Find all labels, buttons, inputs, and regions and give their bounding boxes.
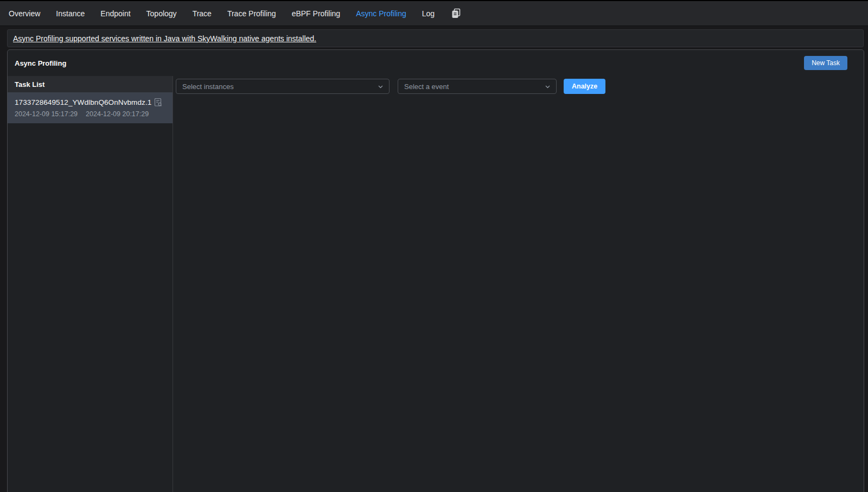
instances-select[interactable]: Select instances bbox=[176, 79, 390, 94]
task-time-range: 2024-12-09 15:17:29 2024-12-09 20:17:29 bbox=[15, 110, 167, 118]
chevron-down-icon bbox=[544, 83, 551, 90]
analysis-area: Select instances Select a event Analyze bbox=[173, 76, 864, 492]
nav-item-ebpf-profiling[interactable]: eBPF Profiling bbox=[292, 9, 340, 18]
chevron-down-icon bbox=[377, 83, 384, 90]
event-select[interactable]: Select a event bbox=[398, 79, 557, 94]
panel-title: Async Profiling bbox=[15, 59, 66, 67]
analyze-button[interactable]: Analyze bbox=[564, 79, 605, 94]
instances-select-placeholder: Select instances bbox=[182, 83, 234, 91]
panel-content: Task List 1733728649512_YWdlbnQ6OnNvbmdz… bbox=[8, 76, 864, 492]
task-list-item[interactable]: 1733728649512_YWdlbnQ6OnNvbmdz.1 2024-12… bbox=[8, 92, 173, 123]
nav-item-log[interactable]: Log bbox=[422, 9, 435, 18]
nav-item-overview[interactable]: Overview bbox=[9, 9, 40, 18]
event-select-placeholder: Select a event bbox=[404, 83, 449, 91]
document-copy-icon[interactable] bbox=[450, 8, 462, 20]
task-id: 1733728649512_YWdlbnQ6OnNvbmdz.1 bbox=[15, 98, 151, 106]
async-profiling-panel: Async Profiling New Task Task List 17337… bbox=[7, 49, 864, 492]
nav-item-instance[interactable]: Instance bbox=[56, 9, 85, 18]
top-navbar: Overview Instance Endpoint Topology Trac… bbox=[0, 1, 868, 26]
hint-banner: Async Profiling supported services writt… bbox=[7, 29, 864, 47]
panel-header: Async Profiling New Task bbox=[8, 50, 864, 76]
task-end-time: 2024-12-09 20:17:29 bbox=[86, 110, 149, 118]
task-list-column: Task List 1733728649512_YWdlbnQ6OnNvbmdz… bbox=[8, 76, 173, 492]
task-detail-icon[interactable] bbox=[153, 97, 163, 107]
nav-item-topology[interactable]: Topology bbox=[146, 9, 177, 18]
new-task-button[interactable]: New Task bbox=[804, 56, 847, 70]
nav-item-endpoint[interactable]: Endpoint bbox=[100, 9, 130, 18]
task-list-header: Task List bbox=[8, 76, 173, 92]
nav-item-trace[interactable]: Trace bbox=[193, 9, 212, 18]
hint-banner-text: Async Profiling supported services writt… bbox=[13, 34, 316, 43]
nav-item-async-profiling[interactable]: Async Profiling bbox=[356, 9, 406, 18]
task-start-time: 2024-12-09 15:17:29 bbox=[15, 110, 78, 118]
nav-item-trace-profiling[interactable]: Trace Profiling bbox=[227, 9, 276, 18]
